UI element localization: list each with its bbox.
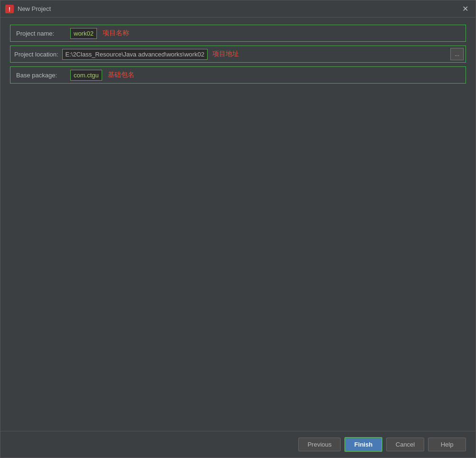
base-package-annotation: 基础包名 [108,71,134,79]
project-name-label: Project name: [13,28,70,39]
title-bar-left: ! New Project [5,5,51,13]
title-bar: ! New Project ✕ [0,0,476,18]
close-button[interactable]: ✕ [459,3,471,15]
dialog-title: New Project [18,5,51,12]
browse-button[interactable]: ... [450,48,464,60]
form-content: Project name: work02 项目名称 Project locati… [0,18,476,431]
new-project-dialog: ! New Project ✕ Project name: work02 项目名… [0,0,476,458]
app-icon: ! [5,5,14,13]
svg-text:!: ! [9,6,10,13]
project-location-annotation: 项目地址 [212,50,239,58]
previous-button[interactable]: Previous [298,438,341,451]
project-name-annotation: 项目名称 [103,29,129,37]
base-package-value[interactable]: com.ctgu [70,70,102,81]
project-name-value[interactable]: work02 [70,28,97,39]
cancel-button[interactable]: Cancel [386,438,424,451]
help-button[interactable]: Help [428,438,466,451]
project-location-row: Project location: E:\2Class_Resource\Jav… [10,46,466,63]
finish-button[interactable]: Finish [344,437,382,452]
project-name-row: Project name: work02 项目名称 [10,25,466,42]
bottom-bar: Previous Finish Cancel Help [0,431,476,458]
base-package-label: Base package: [13,70,70,81]
project-location-label: Project location: [10,49,62,60]
base-package-row: Base package: com.ctgu 基础包名 [10,66,466,84]
project-location-value[interactable]: E:\2Class_Resource\Java advanced\works\w… [62,49,208,60]
